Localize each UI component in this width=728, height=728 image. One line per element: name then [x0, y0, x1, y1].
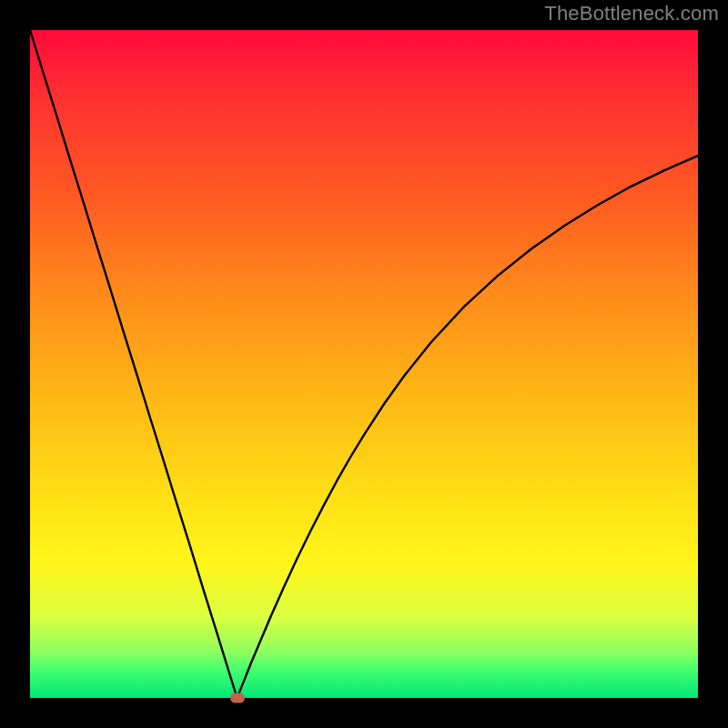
- attribution-label: TheBottleneck.com: [544, 2, 719, 25]
- chart-frame: TheBottleneck.com: [0, 0, 728, 728]
- bottleneck-curve: [30, 30, 698, 698]
- plot-area: [30, 30, 698, 698]
- optimal-point-marker: [230, 693, 245, 703]
